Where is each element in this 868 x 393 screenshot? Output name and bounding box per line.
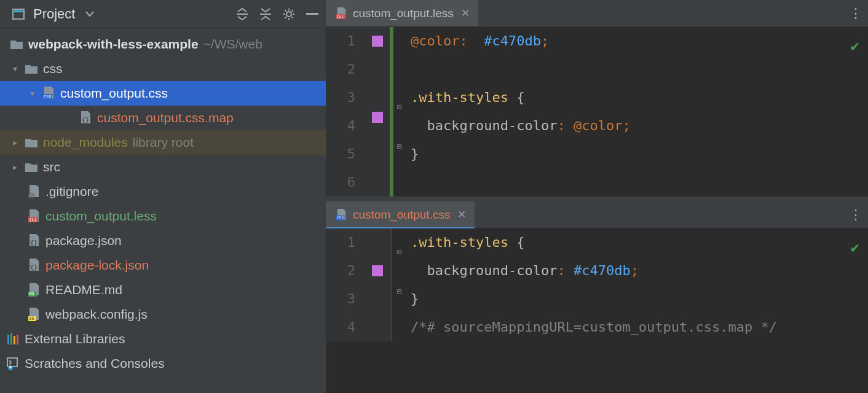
scratches-icon	[6, 357, 20, 370]
code-area[interactable]: ✔ .with-styles { background-color: #c470…	[407, 228, 868, 341]
project-tree: webpack-with-less-example ~/WS/web ▾ css…	[0, 28, 326, 393]
folder-icon	[10, 37, 23, 51]
svg-text:{}: {}	[82, 117, 89, 123]
file-label: custom_output.less	[45, 209, 157, 224]
chevron-right-icon: ▸	[10, 162, 20, 172]
svg-rect-1	[14, 10, 23, 12]
fold-start-icon[interactable]: ⊟	[397, 238, 402, 267]
library-root-label: library root	[133, 135, 194, 150]
file-icon	[27, 185, 41, 198]
ok-check-icon: ✔	[851, 32, 859, 60]
svg-rect-20	[17, 335, 18, 344]
tab-label: custom_output.less	[353, 7, 454, 20]
file-label: package-lock.json	[45, 258, 149, 273]
tab-menu-icon[interactable]: ⋮	[843, 0, 868, 26]
tree-file-webpack-config[interactable]: JS webpack.config.js	[0, 302, 326, 327]
folder-icon	[25, 160, 38, 174]
editor-splitter[interactable]	[326, 196, 868, 201]
tree-folder-src[interactable]: ▸ src	[0, 155, 326, 179]
code-editor-css[interactable]: 1 2 3 4 ⊟ ⊟ ✔ .with-styles { background-…	[326, 228, 868, 341]
scratches-and-consoles[interactable]: Scratches and Consoles	[0, 351, 326, 376]
tree-file-package-lock-json[interactable]: {} package-lock.json	[0, 253, 326, 278]
json-file-icon: {}	[27, 259, 41, 272]
svg-text:CSS: CSS	[44, 95, 52, 99]
tree-file-custom-output-less[interactable]: {L} custom_output.less	[0, 204, 326, 228]
folder-label: src	[43, 160, 60, 174]
tab-menu-icon[interactable]: ⋮	[843, 201, 868, 228]
svg-rect-3	[306, 13, 318, 15]
svg-text:JS: JS	[29, 316, 34, 321]
chevron-right-icon: ▸	[10, 138, 20, 147]
tree-file-package-json[interactable]: {} package.json	[0, 228, 326, 253]
svg-text:MD: MD	[29, 292, 34, 297]
close-icon[interactable]: ✕	[461, 7, 470, 20]
color-swatch[interactable]	[372, 112, 383, 123]
svg-rect-21	[7, 358, 17, 367]
expand-all-icon[interactable]	[234, 6, 251, 23]
dropdown-icon[interactable]	[81, 6, 98, 23]
folder-icon	[25, 136, 38, 149]
collapse-all-icon[interactable]	[257, 6, 274, 23]
tree-file-readme[interactable]: MD README.md	[0, 278, 326, 302]
tree-root[interactable]: webpack-with-less-example ~/WS/web	[0, 32, 326, 56]
tree-file-custom-output-css[interactable]: ▾ CSS custom_output.css	[0, 81, 326, 106]
svg-text:{L}: {L}	[337, 14, 344, 19]
code-area[interactable]: ✔ @color: #c470db; .with-styles { backgr…	[407, 27, 868, 196]
editor-area: {L} custom_output.less ✕ ⋮ 1 2 3 4 5 6	[326, 0, 868, 393]
file-label: README.md	[45, 282, 122, 297]
svg-rect-18	[10, 333, 12, 344]
json-file-icon: {}	[79, 111, 92, 125]
panel-title: Project	[33, 6, 75, 22]
folder-label: css	[43, 61, 63, 76]
js-file-icon: JS	[27, 308, 41, 321]
svg-text:{}: {}	[30, 264, 37, 271]
label: Scratches and Consoles	[25, 356, 165, 371]
tree-folder-css[interactable]: ▾ css	[0, 56, 326, 81]
svg-text:{}: {}	[30, 239, 37, 246]
file-label: .gitignore	[45, 184, 98, 199]
file-label: package.json	[45, 233, 122, 248]
tab-label: custom_output.css	[353, 208, 450, 222]
project-panel-header: Project	[0, 0, 326, 28]
css-file-icon: CSS	[334, 208, 348, 222]
library-icon	[6, 332, 20, 346]
close-icon[interactable]: ✕	[457, 208, 466, 221]
icon-gutter	[363, 228, 392, 341]
root-name: webpack-with-less-example	[28, 37, 199, 52]
icon-gutter	[363, 27, 392, 196]
code-editor-less[interactable]: 1 2 3 4 5 6 ⊟ ⊟ ✔ @color: #c470	[326, 27, 868, 196]
fold-gutter: ⊟ ⊟	[392, 27, 407, 196]
gear-icon[interactable]	[280, 6, 298, 23]
svg-text:CSS: CSS	[337, 216, 344, 220]
ok-check-icon: ✔	[851, 233, 859, 262]
svg-text:{L}: {L}	[29, 217, 37, 222]
tab-custom-output-css[interactable]: CSS custom_output.css ✕	[326, 201, 475, 228]
tree-file-css-map[interactable]: {} custom_output.css.map	[0, 106, 326, 130]
root-path: ~/WS/web	[203, 37, 262, 52]
svg-point-2	[286, 12, 291, 17]
less-file-icon: {L}	[334, 7, 348, 20]
color-swatch[interactable]	[372, 36, 383, 47]
fold-end-icon[interactable]: ⊟	[397, 133, 402, 161]
tree-file-gitignore[interactable]: .gitignore	[0, 179, 326, 204]
tab-custom-output-less[interactable]: {L} custom_output.less ✕	[326, 0, 478, 26]
folder-label: node_modules	[43, 135, 128, 150]
editor-top: {L} custom_output.less ✕ ⋮ 1 2 3 4 5 6	[326, 0, 868, 196]
hide-icon[interactable]	[304, 6, 321, 23]
tree-folder-node-modules[interactable]: ▸ node_modules library root	[0, 130, 326, 155]
file-label: custom_output.css	[60, 86, 168, 101]
vcs-change-stripe	[390, 27, 393, 196]
project-panel: Project webpack-with-less-example ~/WS/w…	[0, 0, 326, 393]
color-swatch[interactable]	[372, 265, 383, 276]
less-file-icon: {L}	[27, 209, 41, 223]
svg-rect-24	[10, 366, 11, 368]
folder-icon	[25, 62, 38, 76]
svg-rect-19	[14, 336, 15, 344]
tab-bar-top: {L} custom_output.less ✕ ⋮	[326, 0, 868, 27]
json-file-icon: {}	[27, 234, 41, 247]
fold-end-icon[interactable]: ⊟	[397, 278, 402, 306]
external-libraries[interactable]: External Libraries	[0, 327, 326, 351]
label: External Libraries	[25, 332, 125, 346]
line-number-gutter: 1 2 3 4 5 6	[326, 27, 363, 196]
fold-start-icon[interactable]: ⊟	[397, 93, 402, 122]
